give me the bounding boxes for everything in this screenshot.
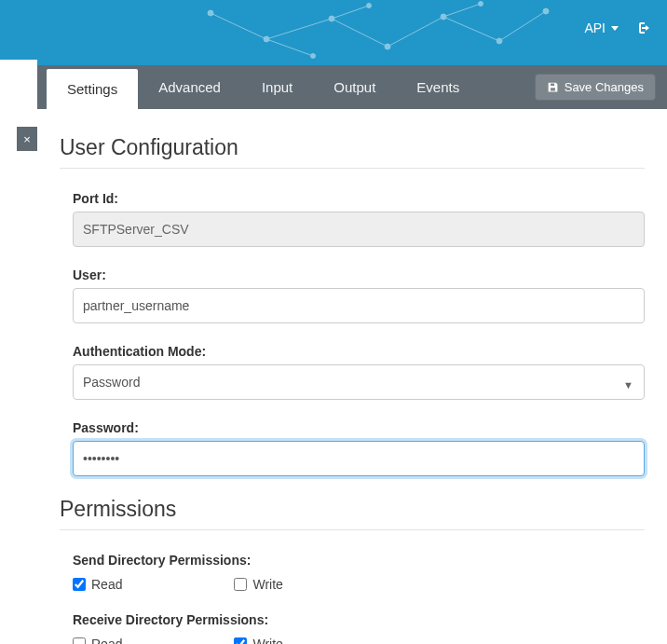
svg-point-11 bbox=[329, 16, 334, 21]
user-input[interactable] bbox=[73, 288, 645, 323]
svg-point-15 bbox=[543, 8, 549, 14]
tab-advanced[interactable]: Advanced bbox=[138, 65, 241, 109]
tab-label: Output bbox=[334, 79, 375, 95]
tab-input[interactable]: Input bbox=[241, 65, 313, 109]
send-read-option[interactable]: Read bbox=[73, 577, 122, 592]
content-area: User Configuration Port Id: User: Authen… bbox=[37, 109, 667, 644]
save-button-label: Save Changes bbox=[565, 80, 644, 94]
svg-line-7 bbox=[332, 6, 369, 19]
receive-read-option[interactable]: Read bbox=[73, 637, 122, 644]
svg-line-3 bbox=[388, 17, 443, 47]
close-panel-button[interactable]: × bbox=[17, 127, 37, 151]
api-label: API bbox=[584, 21, 606, 35]
svg-point-17 bbox=[367, 4, 372, 8]
tab-events[interactable]: Events bbox=[396, 65, 480, 109]
svg-line-6 bbox=[266, 39, 313, 56]
api-dropdown[interactable]: API bbox=[584, 21, 619, 35]
section-title-permissions: Permissions bbox=[60, 497, 645, 530]
svg-line-8 bbox=[443, 4, 481, 17]
svg-line-4 bbox=[443, 17, 499, 41]
read-label: Read bbox=[91, 577, 122, 592]
send-write-checkbox[interactable] bbox=[234, 578, 247, 591]
write-label: Write bbox=[252, 577, 282, 592]
caret-down-icon bbox=[611, 26, 619, 31]
receive-write-option[interactable]: Write bbox=[234, 637, 282, 644]
password-input[interactable] bbox=[73, 441, 645, 476]
logout-icon[interactable] bbox=[635, 21, 650, 35]
app-header: API bbox=[0, 0, 667, 60]
save-icon bbox=[547, 81, 559, 93]
user-label: User: bbox=[73, 267, 645, 282]
svg-line-1 bbox=[266, 19, 332, 39]
write-label: Write bbox=[252, 637, 282, 644]
tab-label: Input bbox=[262, 79, 293, 95]
read-label: Read bbox=[91, 637, 122, 644]
tab-output[interactable]: Output bbox=[313, 65, 396, 109]
send-write-option[interactable]: Write bbox=[234, 577, 282, 592]
tab-label: Events bbox=[416, 79, 459, 95]
send-permissions-label: Send Directory Permissions: bbox=[73, 553, 645, 568]
svg-line-0 bbox=[211, 13, 266, 39]
svg-point-13 bbox=[441, 14, 446, 20]
port-id-label: Port Id: bbox=[73, 191, 645, 206]
tab-settings[interactable]: Settings bbox=[47, 69, 138, 109]
auth-mode-label: Authentication Mode: bbox=[73, 344, 645, 359]
tab-label: Advanced bbox=[158, 79, 221, 95]
svg-point-16 bbox=[311, 54, 316, 59]
header-decoration bbox=[201, 0, 555, 60]
receive-read-checkbox[interactable] bbox=[73, 637, 86, 644]
port-id-input bbox=[73, 212, 645, 247]
svg-point-10 bbox=[264, 36, 269, 42]
receive-write-checkbox[interactable] bbox=[234, 637, 247, 644]
tab-label: Settings bbox=[67, 81, 117, 97]
svg-point-9 bbox=[208, 10, 213, 16]
receive-permissions-label: Receive Directory Permissions: bbox=[73, 612, 645, 627]
auth-mode-select[interactable]: Password bbox=[73, 364, 645, 400]
password-label: Password: bbox=[73, 420, 645, 435]
tab-bar: Settings Advanced Input Output Events Sa… bbox=[37, 65, 667, 109]
close-icon: × bbox=[23, 132, 31, 146]
section-title-user-config: User Configuration bbox=[60, 135, 645, 169]
svg-point-14 bbox=[497, 38, 502, 44]
svg-point-18 bbox=[479, 2, 483, 7]
svg-line-2 bbox=[332, 19, 388, 47]
send-read-checkbox[interactable] bbox=[73, 578, 86, 591]
svg-line-5 bbox=[499, 11, 546, 41]
save-changes-button[interactable]: Save Changes bbox=[535, 74, 656, 101]
svg-point-12 bbox=[385, 44, 390, 49]
